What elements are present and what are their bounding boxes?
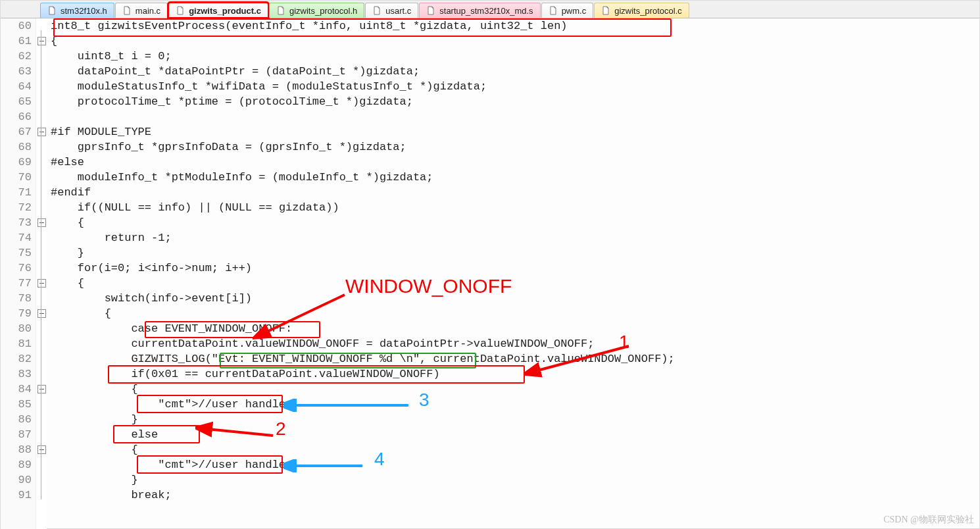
code-line-71[interactable]: #endif	[51, 185, 979, 200]
linenum-71: 71	[1, 185, 32, 200]
fold-toggle[interactable]	[37, 279, 46, 288]
linenum-75: 75	[1, 245, 32, 261]
code-line-83[interactable]: if(0x01 == currentDataPoint.valueWINDOW_…	[51, 366, 979, 382]
code-line-81[interactable]: currentDataPoint.valueWINDOW_ONOFF = dat…	[51, 336, 979, 351]
fold-toggle[interactable]	[37, 309, 46, 318]
linenum-66: 66	[1, 109, 32, 124]
file-icon	[426, 6, 435, 15]
code-line-75[interactable]: }	[51, 245, 979, 261]
linenum-68: 68	[1, 139, 32, 155]
code-line-67[interactable]: #if MODULE_TYPE	[51, 124, 979, 139]
tab-label: stm32f10x.h	[61, 6, 107, 16]
code-line-70[interactable]: moduleInfo_t *ptModuleInfo = (moduleInfo…	[51, 170, 979, 185]
code-line-72[interactable]: if((NULL == info) || (NULL == gizdata))	[51, 200, 979, 215]
code-line-90[interactable]: }	[51, 472, 979, 488]
linenum-64: 64	[1, 79, 32, 94]
code-line-64[interactable]: moduleStatusInfo_t *wifiData = (moduleSt…	[51, 79, 979, 94]
linenum-90: 90	[1, 472, 32, 488]
code-line-65[interactable]: protocolTime_t *ptime = (protocolTime_t …	[51, 94, 979, 109]
fold-toggle[interactable]	[37, 445, 46, 454]
code-line-77[interactable]: {	[51, 276, 979, 291]
tab-pwm-c[interactable]: pwm.c	[541, 3, 594, 18]
fold-toggle[interactable]	[37, 37, 46, 45]
tab-main-c[interactable]: main.c	[115, 3, 168, 18]
line-number-gutter: 6061626364656667686970717273747576777879…	[1, 18, 36, 529]
file-icon	[549, 6, 558, 15]
tab-label: main.c	[135, 6, 160, 16]
code-editor[interactable]: 6061626364656667686970717273747576777879…	[1, 18, 979, 529]
code-line-60[interactable]: int8_t gizwitsEventProcess(eventInfo_t *…	[51, 18, 979, 34]
linenum-87: 87	[1, 427, 32, 442]
tab-label: gizwits_protocol.h	[289, 6, 357, 16]
file-icon	[176, 6, 185, 15]
code-line-68[interactable]: gprsInfo_t *gprsInfoData = (gprsInfo_t *…	[51, 139, 979, 155]
file-icon	[122, 6, 132, 15]
code-line-69[interactable]: #else	[51, 155, 979, 170]
code-line-63[interactable]: dataPoint_t *dataPointPtr = (dataPoint_t…	[51, 64, 979, 79]
code-line-66[interactable]	[51, 109, 979, 124]
code-line-76[interactable]: for(i=0; i<info->num; i++)	[51, 261, 979, 276]
code-line-61[interactable]: {	[51, 34, 979, 49]
code-line-78[interactable]: switch(info->event[i])	[51, 291, 979, 306]
tab-gizwits_product-c[interactable]: gizwits_product.c	[168, 3, 268, 18]
code-area[interactable]: int8_t gizwitsEventProcess(eventInfo_t *…	[47, 18, 979, 529]
linenum-88: 88	[1, 442, 32, 457]
tab-label: pwm.c	[562, 6, 587, 16]
code-line-62[interactable]: uint8_t i = 0;	[51, 49, 979, 64]
linenum-78: 78	[1, 291, 32, 306]
tab-label: startup_stm32f10x_md.s	[439, 6, 533, 16]
linenum-83: 83	[1, 366, 32, 382]
linenum-81: 81	[1, 336, 32, 351]
linenum-82: 82	[1, 351, 32, 366]
code-line-85[interactable]: "cmt">//user handle	[51, 397, 979, 412]
code-line-87[interactable]: else	[51, 427, 979, 442]
linenum-74: 74	[1, 230, 32, 245]
file-icon	[601, 6, 610, 15]
code-line-82[interactable]: GIZWITS_LOG("Evt: EVENT_WINDOW_ONOFF %d …	[51, 351, 979, 366]
fold-toggle[interactable]	[37, 218, 46, 227]
tab-bar: stm32f10x.hmain.cgizwits_product.cgizwit…	[1, 1, 979, 18]
file-icon	[372, 6, 381, 15]
linenum-73: 73	[1, 215, 32, 230]
linenum-72: 72	[1, 200, 32, 215]
app-root: stm32f10x.hmain.cgizwits_product.cgizwit…	[0, 0, 980, 529]
linenum-60: 60	[1, 18, 32, 34]
linenum-79: 79	[1, 306, 32, 321]
code-line-73[interactable]: {	[51, 215, 979, 230]
linenum-85: 85	[1, 397, 32, 412]
code-line-80[interactable]: case EVENT_WINDOW_ONOFF:	[51, 321, 979, 336]
code-line-88[interactable]: {	[51, 442, 979, 457]
linenum-89: 89	[1, 457, 32, 472]
linenum-69: 69	[1, 155, 32, 170]
tab-gizwits_protocol-h[interactable]: gizwits_protocol.h	[269, 3, 364, 18]
fold-toggle[interactable]	[37, 385, 46, 393]
linenum-84: 84	[1, 382, 32, 397]
tab-label: gizwits_product.c	[189, 6, 261, 16]
code-line-84[interactable]: {	[51, 382, 979, 397]
watermark: CSDN @物联网实验社	[883, 514, 974, 526]
code-line-79[interactable]: {	[51, 306, 979, 321]
code-line-74[interactable]: return -1;	[51, 230, 979, 245]
linenum-61: 61	[1, 34, 32, 49]
linenum-77: 77	[1, 276, 32, 291]
tab-stm32f10x-h[interactable]: stm32f10x.h	[40, 3, 114, 18]
linenum-70: 70	[1, 170, 32, 185]
linenum-67: 67	[1, 124, 32, 139]
linenum-91: 91	[1, 488, 32, 503]
tab-startup_stm32f10x_md-s[interactable]: startup_stm32f10x_md.s	[419, 3, 540, 18]
file-icon	[276, 6, 285, 15]
linenum-65: 65	[1, 94, 32, 109]
linenum-86: 86	[1, 412, 32, 427]
tab-label: gizwits_protocol.c	[614, 6, 682, 16]
linenum-62: 62	[1, 49, 32, 64]
linenum-63: 63	[1, 64, 32, 79]
tab-usart-c[interactable]: usart.c	[365, 3, 418, 18]
fold-toggle[interactable]	[37, 128, 46, 136]
tab-gizwits_protocol-c[interactable]: gizwits_protocol.c	[594, 3, 689, 18]
linenum-80: 80	[1, 321, 32, 336]
code-line-91[interactable]: break;	[51, 488, 979, 503]
code-line-86[interactable]: }	[51, 412, 979, 427]
fold-margin[interactable]	[36, 18, 47, 529]
tab-label: usart.c	[385, 6, 411, 16]
code-line-89[interactable]: "cmt">//user handle	[51, 457, 979, 472]
